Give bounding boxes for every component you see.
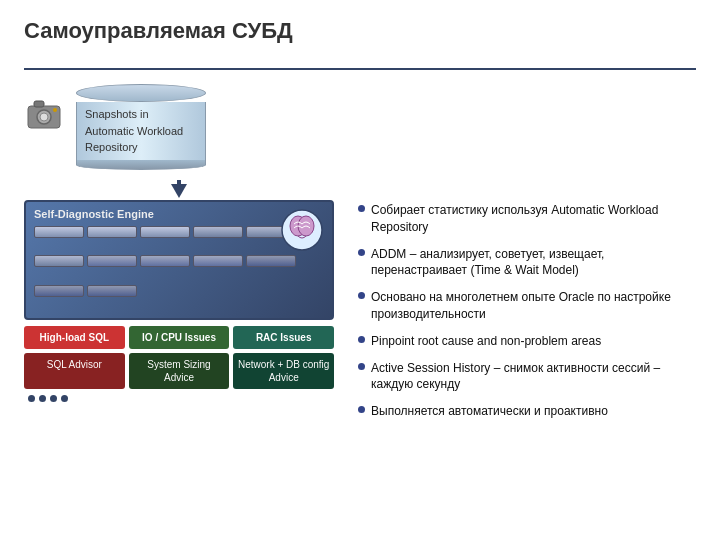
dot-2 [39, 395, 46, 402]
sde-box: Self-Diagnostic Engine [24, 200, 334, 320]
page-title: Самоуправляемая СУБД [24, 18, 696, 44]
issue-box-rac: RAC Issues [233, 326, 334, 349]
bullet-dot [358, 336, 365, 343]
svg-rect-6 [177, 180, 181, 187]
list-item: Выполняется автоматически и проактивно [358, 403, 696, 420]
db-container: Snapshots in Automatic Workload Reposito… [24, 84, 334, 170]
camera-icon [24, 94, 64, 134]
bullet-dot [358, 205, 365, 212]
left-panel: Snapshots in Automatic Workload Reposito… [24, 84, 334, 528]
svg-rect-3 [34, 101, 44, 107]
svg-point-4 [53, 108, 57, 112]
bullet-dot [358, 406, 365, 413]
bullet-text-3: Основано на многолетнем опыте Oracle по … [371, 289, 696, 323]
advisor-box-sql: SQL Advisor [24, 353, 125, 389]
rack-unit [87, 226, 137, 238]
advisor-boxes-row: SQL Advisor System Sizing Advice Network… [24, 353, 334, 389]
bullet-text-1: Собирает статистику используя Automatic … [371, 202, 696, 236]
dot-3 [50, 395, 57, 402]
list-item: Собирает статистику используя Automatic … [358, 202, 696, 236]
slide: Самоуправляемая СУБД [0, 0, 720, 540]
content-area: Snapshots in Automatic Workload Reposito… [24, 84, 696, 528]
list-item: ADDM – анализирует, советует, извещает, … [358, 246, 696, 280]
rack-unit [87, 285, 137, 297]
rack-unit [34, 226, 84, 238]
cylinder-wrap: Snapshots in Automatic Workload Reposito… [76, 84, 206, 170]
dot-4 [61, 395, 68, 402]
list-item: Основано на многолетнем опыте Oracle по … [358, 289, 696, 323]
list-item: Pinpoint root cause and non-problem area… [358, 333, 696, 350]
advisor-box-sizing: System Sizing Advice [129, 353, 230, 389]
cyl-line-3: Repository [85, 139, 197, 156]
issue-box-io-cpu: IO / CPU Issues [129, 326, 230, 349]
camera-icon-wrap [24, 94, 64, 137]
issue-boxes-row: High-load SQL IO / CPU Issues RAC Issues [24, 326, 334, 349]
bullet-dot [358, 292, 365, 299]
rack-unit [193, 226, 243, 238]
rack-unit [34, 285, 84, 297]
bullet-list: Собирает статистику используя Automatic … [358, 202, 696, 420]
bullet-dot [358, 249, 365, 256]
rack-unit [34, 255, 84, 267]
rack-unit [87, 255, 137, 267]
bullet-text-4: Pinpoint root cause and non-problem area… [371, 333, 601, 350]
down-arrow-icon [169, 180, 189, 198]
right-panel: Собирает статистику используя Automatic … [350, 84, 696, 528]
bullet-text-5: Active Session History – снимок активнос… [371, 360, 696, 394]
bottom-section: High-load SQL IO / CPU Issues RAC Issues… [24, 326, 334, 402]
bullet-text-6: Выполняется автоматически и проактивно [371, 403, 608, 420]
list-item: Active Session History – снимок активнос… [358, 360, 696, 394]
cyl-body: Snapshots in Automatic Workload Reposito… [76, 102, 206, 160]
cyl-top [76, 84, 206, 102]
advisor-box-network: Network + DB config Advice [233, 353, 334, 389]
svg-point-2 [40, 113, 48, 121]
rack-unit [140, 226, 190, 238]
dots-row [24, 395, 334, 402]
arrow-down [24, 180, 334, 198]
dot-1 [28, 395, 35, 402]
bullet-text-2: ADDM – анализирует, советует, извещает, … [371, 246, 696, 280]
rack-unit [140, 255, 190, 267]
db-cylinder: Snapshots in Automatic Workload Reposito… [76, 84, 206, 170]
rack-unit [246, 255, 296, 267]
cyl-bottom [76, 160, 206, 170]
cyl-line-2: Automatic Workload [85, 123, 197, 140]
bullet-dot [358, 363, 365, 370]
issue-box-highload: High-load SQL [24, 326, 125, 349]
cyl-line-1: Snapshots in [85, 106, 197, 123]
rack-unit [193, 255, 243, 267]
sde-label: Self-Diagnostic Engine [34, 208, 154, 220]
brain-icon [280, 208, 324, 252]
